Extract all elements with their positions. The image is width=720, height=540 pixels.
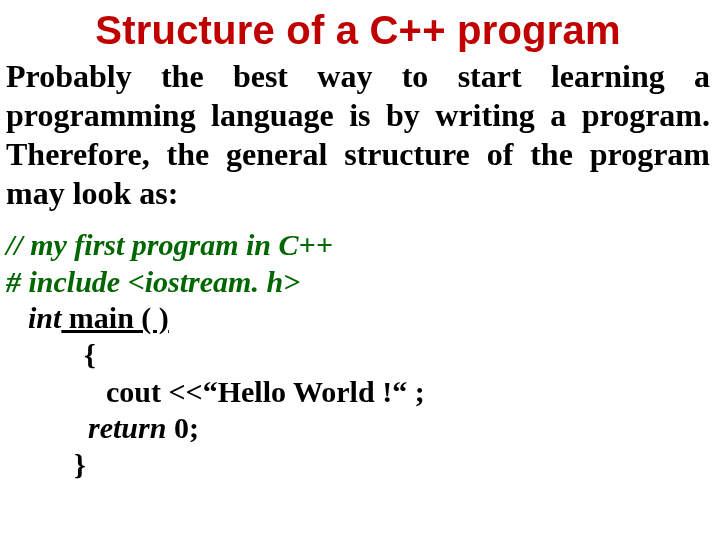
code-brace-open: { xyxy=(6,337,710,374)
code-block: // my first program in C++ # include <io… xyxy=(6,227,710,483)
code-main: int main ( ) xyxy=(6,300,710,337)
code-keyword-return: return xyxy=(88,411,166,444)
intro-paragraph: Probably the best way to start learning … xyxy=(6,57,710,213)
code-return-rest: 0; xyxy=(166,411,199,444)
slide: Structure of a C++ program Probably the … xyxy=(0,0,720,483)
code-comment: // my first program in C++ xyxy=(6,227,710,264)
code-cout: cout <<“Hello World !“ ; xyxy=(6,374,710,411)
code-keyword-int: int xyxy=(28,301,61,334)
code-brace-close: } xyxy=(6,447,710,484)
code-return: return 0; xyxy=(6,410,710,447)
code-main-rest: main ( ) xyxy=(61,301,169,334)
code-include: # include <iostream. h> xyxy=(6,264,710,301)
slide-title: Structure of a C++ program xyxy=(6,8,710,53)
